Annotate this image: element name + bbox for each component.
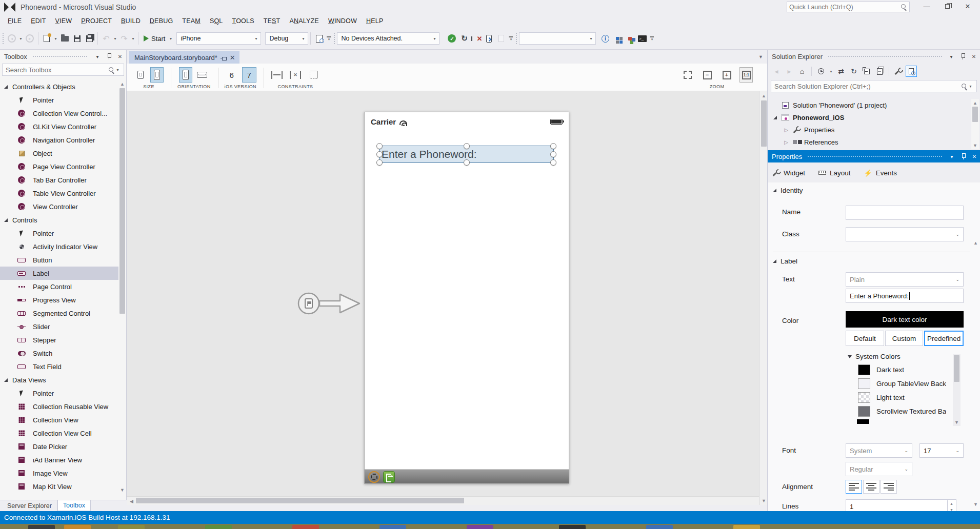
restore-button[interactable] [937, 0, 957, 12]
se-sync-button[interactable]: ⇄ [835, 66, 847, 77]
size-short-phone-button[interactable] [134, 67, 147, 83]
undo-dropdown[interactable]: ▾ [112, 36, 118, 41]
se-pending-changes-button[interactable] [815, 66, 827, 77]
toolbox-item[interactable]: Pointer [0, 227, 119, 240]
pin-icon[interactable] [221, 55, 227, 60]
toolbox-item[interactable]: View Controller [0, 200, 119, 213]
toolbox-item[interactable]: Pointer [0, 93, 119, 107]
clear-list-button[interactable]: ✕ [470, 32, 483, 45]
toolbar-overflow-button[interactable] [648, 32, 655, 45]
identity-section-header[interactable]: Identity [773, 187, 803, 194]
tab-layout[interactable]: Layout [818, 169, 851, 177]
scroll-down-arrow[interactable]: ▼ [118, 486, 126, 494]
toolbox-item[interactable]: GLKit View Controller [0, 120, 119, 133]
class-combo[interactable]: ⌄ [846, 227, 964, 241]
toolbox-item[interactable]: iAd Banner View [0, 453, 119, 466]
toolbox-item[interactable]: Text Field [0, 360, 119, 373]
toolbox-item[interactable]: Segmented Control [0, 307, 119, 320]
toolbox-item[interactable]: Tab Bar Controller [0, 173, 119, 187]
search-options-dropdown[interactable]: ▾ [115, 68, 121, 72]
taskbar-item[interactable] [733, 525, 760, 529]
toolbox-item[interactable]: Controls [0, 213, 119, 227]
device-sync-button[interactable] [483, 32, 495, 45]
build-status-button[interactable]: ✓ [446, 32, 458, 45]
toolbox-item[interactable]: Map Kit View [0, 480, 119, 493]
scrollbar-thumb[interactable] [761, 100, 767, 147]
auto-hide-button[interactable] [959, 152, 967, 160]
target-device-combo[interactable]: No Devices Attached.▾ [337, 32, 439, 45]
toolbox-scrollbar[interactable]: ▲ ▼ [118, 80, 126, 494]
scroll-down-arrow[interactable]: ▼ [971, 141, 979, 149]
menu-item[interactable]: TOOLS [228, 14, 259, 28]
props-scroll-up-arrow[interactable]: ▲ [972, 239, 979, 247]
lines-spinner[interactable]: ▲▼ [947, 500, 955, 512]
menu-item[interactable]: HELP [362, 14, 388, 28]
toolbox-item[interactable]: Collection View [0, 413, 119, 426]
spin-up-arrow[interactable]: ▲ [948, 500, 955, 506]
menu-item[interactable]: BUILD [116, 14, 145, 28]
name-field[interactable] [846, 206, 964, 220]
document-list-dropdown[interactable]: ▼ [758, 54, 763, 59]
menu-item[interactable]: WINDOW [324, 14, 362, 28]
menu-item[interactable]: EDIT [26, 14, 50, 28]
menu-item[interactable]: DEBUG [145, 14, 177, 28]
toolbox-item[interactable]: Date Picker [0, 440, 119, 453]
close-panel-button[interactable]: ✕ [116, 52, 124, 60]
toolbox-item[interactable]: OpenGL ES View [0, 493, 119, 494]
redo-dropdown[interactable]: ▾ [130, 36, 136, 41]
taskbar-item[interactable] [28, 525, 55, 529]
solution-tree-item[interactable]: Solution 'Phoneword' (1 project) [768, 99, 972, 111]
device-combo[interactable]: iPhone▾ [176, 32, 261, 45]
close-panel-button[interactable]: ✕ [970, 52, 978, 60]
redo-button[interactable]: ↷ [118, 32, 130, 45]
toolbox-item[interactable]: Page View Controller [0, 160, 119, 173]
se-refresh-button[interactable]: ↻ [848, 66, 859, 77]
menu-item[interactable]: SQL [205, 14, 228, 28]
search-options-dropdown[interactable]: ▾ [968, 84, 973, 89]
system-color-item[interactable]: Dark text [846, 363, 959, 377]
toolbox-item[interactable]: Switch [0, 347, 119, 360]
menu-item[interactable]: FILE [3, 14, 26, 28]
system-color-item[interactable]: Scrollview Textured Ba [846, 404, 959, 418]
solution-tree-item[interactable]: References [768, 136, 972, 148]
se-collapse-all-button[interactable] [861, 66, 872, 77]
toolbar-overflow-button[interactable] [507, 32, 514, 45]
toolbox-item[interactable]: Table View Controller [0, 187, 119, 200]
command-window-button[interactable] [636, 32, 648, 45]
orientation-portrait-button[interactable] [179, 67, 192, 83]
quick-launch-box[interactable] [787, 2, 910, 12]
system-colors-scrollbar[interactable]: ▼ [953, 354, 961, 426]
panel-drag-handle[interactable] [828, 55, 942, 58]
scroll-up-arrow[interactable]: ▲ [118, 80, 126, 88]
window-position-menu[interactable]: ▾ [947, 52, 955, 60]
toolbox-item[interactable]: Button [0, 253, 119, 267]
new-dropdown[interactable]: ▾ [53, 36, 58, 41]
se-preview-selected-button[interactable] [906, 66, 917, 77]
undo-button[interactable]: ↶ [100, 32, 112, 45]
document-tab[interactable]: MainStoryboard.storyboard* ✕ [129, 51, 239, 64]
toolbar-grip[interactable] [515, 32, 518, 45]
taskbar-item[interactable] [559, 525, 586, 529]
taskbar-item[interactable] [205, 525, 232, 529]
text-mode-combo[interactable]: Plain⌄ [846, 272, 964, 287]
expander-icon[interactable] [783, 127, 789, 133]
toolbar-grip[interactable] [2, 32, 5, 45]
tool-window-tab[interactable]: Server Explorer [2, 500, 57, 511]
close-panel-button[interactable]: ✕ [970, 152, 978, 160]
toolbox-item[interactable]: Collection View Control... [0, 107, 119, 120]
align-right-button[interactable] [881, 480, 897, 494]
align-center-button[interactable] [863, 480, 879, 494]
constraints-frame-button[interactable] [307, 67, 321, 83]
toolbox-search-input[interactable] [6, 66, 108, 74]
scrollbar-thumb[interactable] [136, 498, 464, 503]
solution-search-input[interactable] [774, 83, 961, 90]
scrollbar-thumb[interactable] [972, 107, 978, 122]
zoom-out-button[interactable]: − [701, 67, 714, 83]
exit-segue-icon[interactable] [383, 471, 395, 483]
taskbar-item[interactable] [379, 525, 406, 529]
size-tall-phone-button[interactable] [150, 67, 164, 83]
menu-item[interactable]: VIEW [51, 14, 77, 28]
navigate-forward-button[interactable]: ▸ [24, 32, 36, 45]
selection-handle[interactable] [550, 143, 556, 149]
se-back-button[interactable]: ◂ [771, 66, 782, 77]
